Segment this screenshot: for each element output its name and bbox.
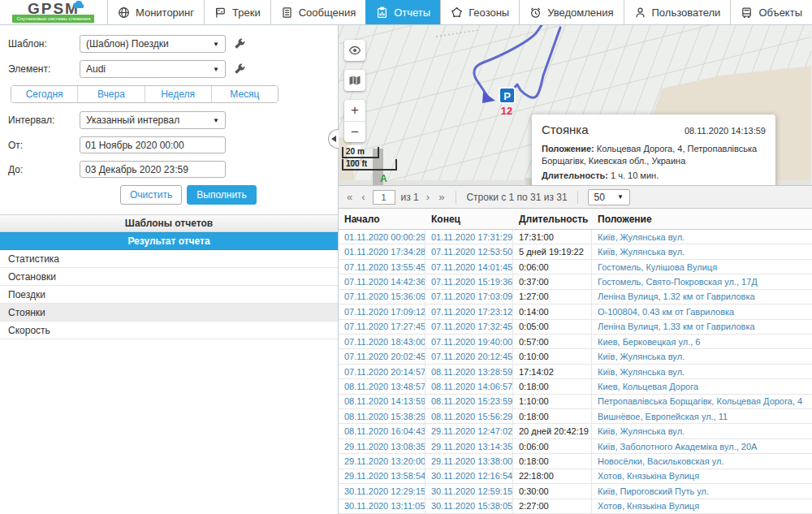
last-page-button[interactable]: » [437, 191, 446, 203]
location-cell[interactable]: Київ, Заболотного Академіка вул., 20А [592, 439, 812, 453]
today-button[interactable]: Сегодня [11, 86, 77, 102]
table-row[interactable]: 07.11.2020 13:55:4507.11.2020 14:01:450:… [339, 260, 812, 274]
week-button[interactable]: Неделя [145, 86, 211, 102]
tab-objects[interactable]: Объекты [730, 0, 812, 24]
location-cell[interactable]: Леніна Вулиця, 1.33 км от Гавриловка [592, 320, 812, 334]
start-cell[interactable]: 07.11.2020 13:55:45 [339, 260, 425, 274]
table-row[interactable]: 07.11.2020 20:14:5708.11.2020 13:28:5917… [339, 365, 812, 379]
template-select[interactable]: (Шаблон) Поездки ▼ [80, 35, 226, 53]
location-cell[interactable]: Новосёлки, Васильковская ул. [592, 454, 812, 468]
location-cell[interactable]: Гостомель, Свято-Покровская ул., 17Д [592, 274, 812, 288]
table-row[interactable]: 07.11.2020 17:09:1207.11.2020 17:23:120:… [339, 305, 812, 319]
location-cell[interactable]: Киев, Берковецкая ул., 6 [592, 335, 812, 348]
table-row[interactable]: 30.11.2020 13:11:0530.11.2020 15:38:052:… [339, 499, 812, 514]
start-cell[interactable]: 30.11.2020 13:11:05 [339, 499, 425, 513]
page-number-input[interactable] [373, 190, 395, 205]
tab-notifications[interactable]: Уведомления [519, 0, 623, 24]
end-cell[interactable]: 30.11.2020 12:16:54 [425, 469, 513, 483]
start-cell[interactable]: 07.11.2020 14:42:36 [339, 274, 425, 288]
end-cell[interactable]: 01.11.2020 17:31:29 [425, 230, 513, 244]
end-cell[interactable]: 30.11.2020 12:59:15 [425, 484, 513, 498]
tab-tracks[interactable]: Треки [204, 0, 270, 24]
end-cell[interactable]: 07.11.2020 17:03:09 [425, 290, 513, 304]
element-select[interactable]: Audi ▼ [80, 60, 226, 78]
location-cell[interactable]: Вишнёвое, Европейская ул., 11 [592, 409, 812, 423]
table-row[interactable]: 08.11.2020 15:38:2908.11.2020 15:56:290:… [339, 409, 812, 424]
table-row[interactable]: 01.11.2020 00:00:2901.11.2020 17:31:2917… [339, 230, 812, 244]
report-item[interactable]: Статистика [0, 250, 338, 268]
location-cell[interactable]: Петропавлівська Борщагівк, Кольцевая Дор… [592, 395, 812, 408]
to-date-input[interactable] [80, 161, 226, 178]
table-row[interactable]: 07.11.2020 17:27:4507.11.2020 17:32:450:… [339, 320, 812, 335]
table-row[interactable]: 08.11.2020 16:04:4329.11.2020 12:47:0220… [339, 424, 812, 438]
wrench-icon[interactable] [233, 63, 246, 76]
column-header-end[interactable]: Конец [425, 214, 513, 225]
map-canvas[interactable]: P 12 + − 20 m [339, 25, 812, 186]
location-cell[interactable]: Гостомель, Кулішова Вулиця [592, 260, 812, 274]
location-cell[interactable]: Київ, Жулянська вул. [592, 230, 812, 244]
templates-section-header[interactable]: Шаблоны отчетов [0, 214, 338, 232]
report-item[interactable]: Стоянки [0, 304, 338, 322]
tab-geozones[interactable]: Геозоны [440, 0, 519, 24]
table-row[interactable]: 30.11.2020 12:29:1530.11.2020 12:59:150:… [339, 484, 812, 499]
app-logo[interactable]: GPSM Спутниковые системы слежения [0, 0, 107, 24]
first-page-button[interactable]: « [345, 191, 354, 203]
start-cell[interactable]: 01.11.2020 17:34:28 [339, 244, 425, 258]
report-item[interactable]: Поездки [0, 286, 338, 304]
start-cell[interactable]: 07.11.2020 17:09:12 [339, 305, 425, 318]
start-cell[interactable]: 30.11.2020 12:29:15 [339, 484, 425, 498]
next-page-button[interactable]: › [425, 191, 431, 203]
result-section-header[interactable]: Результат отчета [0, 232, 338, 250]
prev-page-button[interactable]: ‹ [360, 191, 366, 203]
table-row[interactable]: 08.11.2020 14:13:5908.11.2020 15:23:591:… [339, 395, 812, 409]
visibility-button[interactable] [344, 40, 365, 61]
end-cell[interactable]: 08.11.2020 13:28:59 [425, 365, 513, 378]
table-row[interactable]: 29.11.2020 13:20:0029.11.2020 13:38:000:… [339, 454, 812, 469]
end-cell[interactable]: 30.11.2020 15:38:05 [425, 499, 513, 513]
tab-users[interactable]: Пользователи [624, 0, 731, 24]
location-cell[interactable]: Київ, Жулянська вул. [592, 244, 812, 258]
end-cell[interactable]: 08.11.2020 15:23:59 [425, 395, 513, 408]
end-cell[interactable]: 08.11.2020 14:06:57 [425, 379, 513, 393]
start-cell[interactable]: 29.11.2020 13:08:35 [339, 439, 425, 453]
start-cell[interactable]: 07.11.2020 17:27:45 [339, 320, 425, 334]
start-cell[interactable]: 08.11.2020 15:38:29 [339, 409, 425, 423]
end-cell[interactable]: 29.11.2020 12:47:02 [425, 424, 513, 438]
location-cell[interactable]: Хотов, Князькіна Вулиця [592, 469, 812, 483]
table-row[interactable]: 29.11.2020 13:58:5430.11.2020 12:16:5422… [339, 469, 812, 484]
table-row[interactable]: 07.11.2020 20:02:4507.11.2020 20:12:450:… [339, 349, 812, 364]
start-cell[interactable]: 07.11.2020 20:14:57 [339, 365, 425, 378]
location-cell[interactable]: Киев, Кольцевая Дорога [592, 379, 812, 393]
start-cell[interactable]: 07.11.2020 20:02:45 [339, 349, 425, 363]
location-cell[interactable]: Київ, Жулянська вул. [592, 349, 812, 363]
column-header-location[interactable]: Положение [592, 214, 812, 225]
end-cell[interactable]: 07.11.2020 20:12:45 [425, 349, 513, 363]
start-cell[interactable]: 29.11.2020 13:20:00 [339, 454, 425, 468]
start-cell[interactable]: 07.11.2020 18:43:00 [339, 335, 425, 348]
tab-reports[interactable]: Отчеты [365, 0, 440, 24]
location-cell[interactable]: Київ, Жулянська вул. [592, 365, 812, 378]
table-row[interactable]: 07.11.2020 15:36:0907.11.2020 17:03:091:… [339, 290, 812, 305]
location-cell[interactable]: Київ, Пироговский Путь ул. [592, 484, 812, 498]
clear-button[interactable]: Очистить [120, 185, 182, 205]
tab-monitoring[interactable]: Мониторинг [107, 0, 204, 24]
end-cell[interactable]: 07.11.2020 17:23:12 [425, 305, 513, 318]
page-size-select[interactable]: 50 ▼ [588, 189, 630, 205]
table-row[interactable]: 08.11.2020 13:48:5708.11.2020 14:06:570:… [339, 379, 812, 394]
from-date-input[interactable] [80, 136, 226, 153]
start-cell[interactable]: 29.11.2020 13:58:54 [339, 469, 425, 483]
column-header-start[interactable]: Начало [339, 214, 425, 225]
end-cell[interactable]: 07.11.2020 17:32:45 [425, 320, 513, 334]
start-cell[interactable]: 07.11.2020 15:36:09 [339, 290, 425, 304]
report-item[interactable]: Скорость [0, 322, 338, 339]
location-cell[interactable]: Леніна Вулиця, 1.32 км от Гавриловка [592, 290, 812, 304]
location-cell[interactable]: О-100804, 0.43 км от Гавриловка [592, 305, 812, 318]
table-row[interactable]: 29.11.2020 13:08:3529.11.2020 13:14:350:… [339, 439, 812, 454]
end-cell[interactable]: 08.11.2020 15:56:29 [425, 409, 513, 423]
execute-button[interactable]: Выполнить [187, 185, 257, 205]
end-cell[interactable]: 07.11.2020 19:40:00 [425, 335, 513, 348]
end-cell[interactable]: 07.11.2020 12:53:50 [425, 244, 513, 258]
table-row[interactable]: 07.11.2020 14:42:3607.11.2020 15:19:360:… [339, 274, 812, 289]
map-layers-button[interactable] [344, 70, 365, 91]
zoom-in-button[interactable]: + [344, 100, 365, 121]
